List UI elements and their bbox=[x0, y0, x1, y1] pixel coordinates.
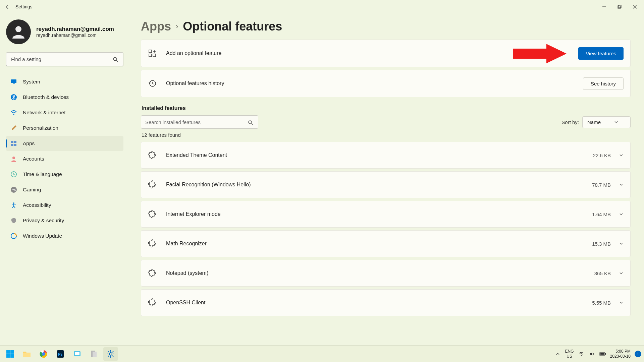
nav-label: Personalization bbox=[23, 125, 58, 131]
svg-rect-56 bbox=[600, 353, 604, 355]
svg-line-50 bbox=[112, 356, 113, 357]
tray-notification-badge[interactable]: 1 bbox=[635, 351, 641, 357]
puzzle-icon bbox=[148, 269, 157, 278]
feature-row[interactable]: Internet Explorer mode1.64 MB bbox=[141, 201, 631, 228]
brush-icon bbox=[10, 124, 17, 132]
svg-rect-55 bbox=[605, 353, 606, 355]
avatar bbox=[6, 19, 31, 44]
taskbar: Ps ENG US 5:00 PM 2023-03-10 1 bbox=[0, 345, 644, 362]
minimize-icon bbox=[602, 5, 606, 9]
feature-name: Extended Theme Content bbox=[166, 152, 593, 158]
sort-control: Sort by: Name bbox=[561, 116, 631, 128]
chevron-down-icon bbox=[619, 212, 624, 217]
svg-rect-2 bbox=[619, 5, 621, 8]
nav-label: System bbox=[23, 79, 40, 85]
breadcrumb-parent[interactable]: Apps bbox=[141, 19, 171, 34]
tray-clock[interactable]: 5:00 PM 2023-03-10 bbox=[610, 349, 631, 359]
see-history-button[interactable]: See history bbox=[583, 77, 624, 90]
sidebar-item-system[interactable]: System bbox=[6, 74, 123, 89]
system-tray: ENG US 5:00 PM 2023-03-10 1 bbox=[554, 349, 641, 359]
nav-label: Apps bbox=[23, 140, 35, 146]
history-label: Optional features history bbox=[166, 80, 583, 86]
svg-point-28 bbox=[248, 120, 251, 123]
sidebar-item-personalization[interactable]: Personalization bbox=[6, 121, 123, 135]
sidebar-item-accessibility[interactable]: Accessibility bbox=[6, 198, 123, 213]
chevron-down-icon bbox=[619, 271, 624, 276]
taskbar-photoshop[interactable]: Ps bbox=[53, 347, 68, 361]
feature-size: 78.7 MB bbox=[592, 182, 611, 188]
taskbar-chrome[interactable] bbox=[36, 347, 51, 361]
sidebar-item-apps[interactable]: Apps bbox=[6, 136, 123, 151]
taskbar-explorer[interactable] bbox=[19, 347, 34, 361]
update-icon bbox=[10, 232, 17, 240]
main-content: Apps › Optional features Add an optional… bbox=[127, 13, 644, 345]
svg-marker-26 bbox=[513, 44, 567, 63]
chevron-down-icon bbox=[619, 300, 624, 305]
sidebar-item-update[interactable]: Windows Update bbox=[6, 229, 123, 243]
svg-rect-14 bbox=[11, 144, 13, 146]
nav-label: Privacy & security bbox=[23, 218, 64, 224]
svg-rect-34 bbox=[23, 353, 31, 357]
svg-point-5 bbox=[15, 26, 21, 32]
profile[interactable]: reyadh.rahaman@gmail.com reyadh.rahaman@… bbox=[6, 19, 123, 44]
minimize-button[interactable] bbox=[596, 1, 612, 13]
feature-row[interactable]: OpenSSH Client5.55 MB bbox=[141, 289, 631, 316]
sidebar-item-privacy[interactable]: Privacy & security bbox=[6, 213, 123, 228]
tray-language[interactable]: ENG US bbox=[565, 349, 574, 359]
taskbar-app1[interactable] bbox=[70, 347, 85, 361]
maximize-button[interactable] bbox=[612, 1, 627, 13]
add-feature-icon bbox=[148, 49, 157, 58]
nav-label: Accounts bbox=[23, 156, 44, 162]
feature-row[interactable]: Facial Recognition (Windows Hello)78.7 M… bbox=[141, 171, 631, 198]
feature-row[interactable]: Notepad (system)365 KB bbox=[141, 260, 631, 287]
title-bar: Settings bbox=[0, 0, 644, 13]
feature-name: Notepad (system) bbox=[166, 270, 594, 276]
breadcrumb: Apps › Optional features bbox=[141, 19, 631, 34]
puzzle-icon bbox=[148, 210, 157, 219]
sidebar-item-accounts[interactable]: Accounts bbox=[6, 152, 123, 166]
search-input[interactable] bbox=[6, 52, 123, 66]
chevron-down-icon bbox=[619, 153, 624, 158]
taskbar-settings[interactable] bbox=[103, 347, 118, 361]
puzzle-icon bbox=[148, 180, 157, 189]
svg-rect-1 bbox=[618, 6, 621, 8]
feature-size: 5.55 MB bbox=[592, 300, 611, 306]
nav-list: System Bluetooth & devices Network & int… bbox=[6, 74, 123, 243]
sidebar-item-gaming[interactable]: Gaming bbox=[6, 182, 123, 197]
sidebar-item-network[interactable]: Network & internet bbox=[6, 105, 123, 120]
svg-point-53 bbox=[581, 355, 582, 356]
feature-row[interactable]: Extended Theme Content22.6 KB bbox=[141, 142, 631, 169]
svg-line-7 bbox=[116, 60, 118, 62]
svg-rect-21 bbox=[149, 50, 152, 53]
svg-rect-8 bbox=[11, 79, 16, 83]
search-icon[interactable] bbox=[245, 115, 256, 129]
svg-line-52 bbox=[112, 351, 113, 352]
svg-point-44 bbox=[109, 353, 112, 355]
feature-size: 365 KB bbox=[594, 270, 611, 276]
taskbar-app2[interactable] bbox=[87, 347, 101, 361]
features-search-input[interactable] bbox=[141, 115, 258, 129]
taskbar-start[interactable] bbox=[3, 347, 17, 361]
tray-volume-icon[interactable] bbox=[589, 351, 595, 357]
feature-size: 1.64 MB bbox=[592, 212, 611, 217]
back-button[interactable] bbox=[1, 1, 13, 13]
nav-label: Accessibility bbox=[23, 202, 51, 208]
feature-row[interactable]: Math Recognizer15.3 MB bbox=[141, 230, 631, 257]
tray-chevron-up-icon[interactable] bbox=[554, 351, 561, 357]
tray-battery-icon[interactable] bbox=[599, 351, 606, 357]
annotation-arrow-icon bbox=[513, 44, 567, 63]
svg-rect-15 bbox=[14, 144, 16, 146]
close-button[interactable] bbox=[627, 1, 643, 13]
tray-wifi-icon[interactable] bbox=[578, 351, 585, 357]
nav-label: Gaming bbox=[23, 187, 41, 193]
puzzle-icon bbox=[148, 298, 157, 307]
sidebar-item-time[interactable]: Time & language bbox=[6, 167, 123, 182]
search-icon[interactable] bbox=[110, 52, 121, 66]
view-features-button[interactable]: View features bbox=[578, 47, 624, 60]
sidebar-item-bluetooth[interactable]: Bluetooth & devices bbox=[6, 90, 123, 105]
features-count: 12 features found bbox=[142, 132, 631, 138]
puzzle-icon bbox=[148, 151, 157, 160]
sort-dropdown[interactable]: Name bbox=[582, 116, 631, 128]
nav-label: Time & language bbox=[23, 171, 62, 177]
feature-name: OpenSSH Client bbox=[166, 300, 592, 306]
